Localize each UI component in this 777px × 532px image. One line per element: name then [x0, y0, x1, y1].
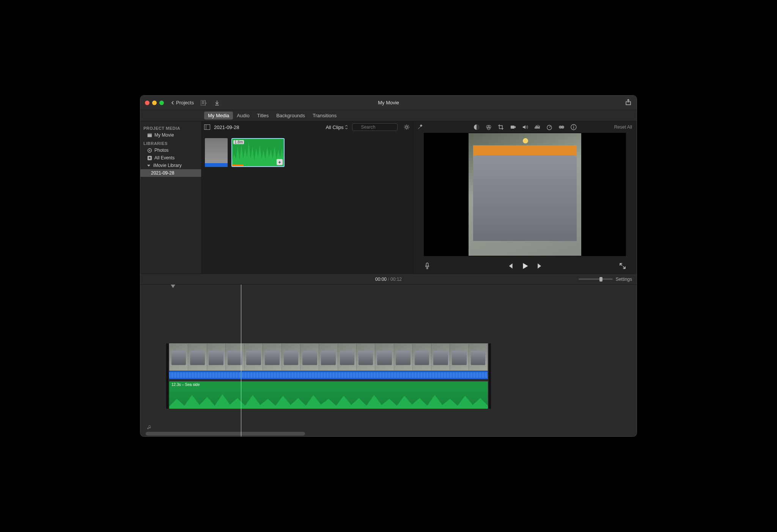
- svg-point-23: [561, 126, 564, 129]
- back-to-projects-button[interactable]: Projects: [171, 100, 194, 105]
- speed-icon[interactable]: [546, 124, 552, 130]
- zoom-slider[interactable]: [579, 279, 613, 280]
- video-clip-thumbnail[interactable]: [205, 138, 228, 167]
- playhead-marker-icon[interactable]: [171, 285, 175, 288]
- music-track-clip[interactable]: 12.3s – Sea side: [169, 381, 488, 409]
- sidebar-item-all-events[interactable]: All Events: [140, 154, 201, 162]
- timeline-header: 00:00 / 00:12 Settings: [140, 274, 637, 285]
- sidebar-item-imovie-library[interactable]: iMovie Library: [140, 162, 201, 169]
- enhance-wand-icon[interactable]: [417, 124, 423, 130]
- share-icon[interactable]: [625, 99, 631, 107]
- media-tabs: My Media Audio Titles Backgrounds Transi…: [140, 110, 637, 121]
- title-bar: Projects My Movie: [140, 96, 637, 110]
- tab-transitions[interactable]: Transitions: [309, 112, 340, 120]
- clip-duration-badge: 1.8m: [233, 140, 244, 144]
- library-list-icon[interactable]: [201, 100, 208, 105]
- sidebar-item-label: 2021-09-28: [151, 170, 174, 176]
- search-wrap: [352, 123, 398, 131]
- window-controls: [145, 101, 164, 105]
- disclosure-triangle-icon[interactable]: [147, 165, 150, 167]
- favorite-marker: [232, 165, 244, 166]
- sidebar-item-photos[interactable]: Photos: [140, 146, 201, 154]
- tab-backgrounds[interactable]: Backgrounds: [272, 112, 309, 120]
- clip-area[interactable]: 1.8m +: [201, 133, 413, 274]
- back-label: Projects: [176, 100, 194, 105]
- minimize-window-button[interactable]: [152, 101, 157, 105]
- stabilization-icon[interactable]: [510, 124, 516, 130]
- voiceover-mic-icon[interactable]: [424, 263, 431, 269]
- window-title: My Movie: [378, 100, 399, 105]
- next-frame-icon[interactable]: [537, 263, 544, 269]
- tab-titles[interactable]: Titles: [253, 112, 273, 120]
- svg-point-15: [406, 126, 408, 128]
- clip-filter-icon[interactable]: [558, 124, 565, 130]
- timeline-zoom: Settings: [579, 277, 632, 282]
- event-title: 2021-09-28: [214, 124, 239, 130]
- clip-end-handle[interactable]: [489, 343, 491, 409]
- sidebar-item-label: All Events: [154, 155, 175, 161]
- sidebar-item-my-movie[interactable]: My Movie: [140, 131, 201, 139]
- clip-filter-dropdown[interactable]: All Clips: [326, 124, 348, 130]
- volume-icon[interactable]: [522, 124, 528, 130]
- svg-rect-26: [573, 127, 574, 129]
- import-icon[interactable]: [214, 100, 220, 105]
- sidebar-item-label: Photos: [154, 148, 168, 153]
- timeline-time: 00:00 / 00:12: [375, 277, 402, 282]
- noise-reduction-icon[interactable]: [534, 124, 540, 130]
- fullscreen-icon[interactable]: [619, 263, 626, 269]
- sidebar-toggle-icon[interactable]: [204, 124, 210, 130]
- music-waveform: [169, 387, 488, 409]
- media-browser: 2021-09-28 All Clips: [201, 121, 413, 274]
- prev-frame-icon[interactable]: [506, 263, 513, 269]
- preview-frame: [469, 133, 581, 256]
- zoom-window-button[interactable]: [159, 101, 164, 105]
- left-pane: PROJECT MEDIA My Movie LIBRARIES Photos …: [140, 121, 413, 274]
- music-row-icon: [146, 424, 153, 432]
- app-window: Projects My Movie My Media Audio Titles …: [140, 95, 637, 437]
- video-audio-waveform[interactable]: [169, 371, 488, 379]
- viewer-toolbar: Reset All: [413, 121, 637, 133]
- svg-point-25: [573, 126, 574, 126]
- timeline-clip[interactable]: 12.3s – Sea side: [169, 343, 488, 409]
- play-icon[interactable]: [521, 262, 529, 270]
- libraries-header: LIBRARIES: [140, 139, 201, 146]
- star-icon: [147, 156, 152, 161]
- add-clip-button[interactable]: +: [277, 159, 283, 165]
- search-input[interactable]: [352, 123, 398, 131]
- settings-button[interactable]: Settings: [616, 277, 632, 282]
- preview-viewer[interactable]: [424, 133, 626, 256]
- updown-icon: [344, 125, 348, 129]
- svg-rect-20: [511, 126, 514, 129]
- svg-point-9: [149, 150, 150, 151]
- viewer-pane: Reset All: [413, 121, 637, 274]
- playhead-line[interactable]: [241, 285, 241, 436]
- color-correction-icon[interactable]: [486, 124, 492, 130]
- svg-rect-7: [148, 133, 152, 134]
- info-icon[interactable]: [571, 124, 577, 130]
- sidebar-item-label: My Movie: [154, 132, 174, 138]
- clip-start-handle[interactable]: [166, 343, 168, 409]
- chevron-left-icon: [171, 101, 175, 105]
- video-filmstrip[interactable]: [169, 343, 488, 371]
- svg-rect-0: [201, 100, 205, 105]
- timeline[interactable]: 12.3s – Sea side: [140, 285, 637, 436]
- svg-rect-6: [148, 134, 152, 137]
- color-balance-icon[interactable]: [473, 124, 480, 130]
- tab-audio[interactable]: Audio: [233, 112, 253, 120]
- horizontal-scrollbar[interactable]: [146, 432, 305, 436]
- tab-my-media[interactable]: My Media: [204, 112, 233, 120]
- sidebar-item-label: iMovie Library: [153, 163, 182, 168]
- filter-label: All Clips: [326, 124, 343, 130]
- gear-icon[interactable]: [404, 124, 410, 130]
- main-split: PROJECT MEDIA My Movie LIBRARIES Photos …: [140, 121, 637, 274]
- audio-clip-thumbnail[interactable]: 1.8m +: [231, 138, 285, 167]
- close-window-button[interactable]: [145, 101, 149, 105]
- crop-icon[interactable]: [498, 124, 504, 130]
- sidebar: PROJECT MEDIA My Movie LIBRARIES Photos …: [140, 121, 201, 274]
- browser-toolbar: 2021-09-28 All Clips: [201, 121, 413, 133]
- sidebar-item-event-2021-09-28[interactable]: 2021-09-28: [140, 169, 201, 177]
- svg-rect-27: [426, 263, 428, 266]
- music-clip-label: 12.3s – Sea side: [171, 382, 200, 387]
- reset-all-button[interactable]: Reset All: [614, 124, 632, 130]
- playback-controls: [413, 258, 637, 274]
